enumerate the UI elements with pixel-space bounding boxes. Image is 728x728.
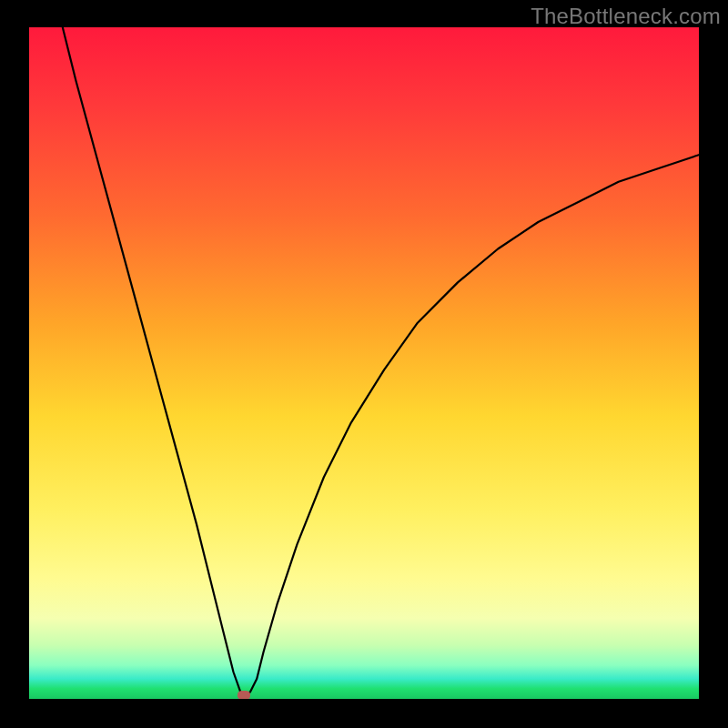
bottleneck-curve: [29, 27, 699, 699]
optimum-marker: [238, 691, 250, 699]
chart-frame: TheBottleneck.com: [0, 0, 728, 728]
plot-area: [29, 27, 699, 699]
watermark-text: TheBottleneck.com: [531, 4, 721, 29]
